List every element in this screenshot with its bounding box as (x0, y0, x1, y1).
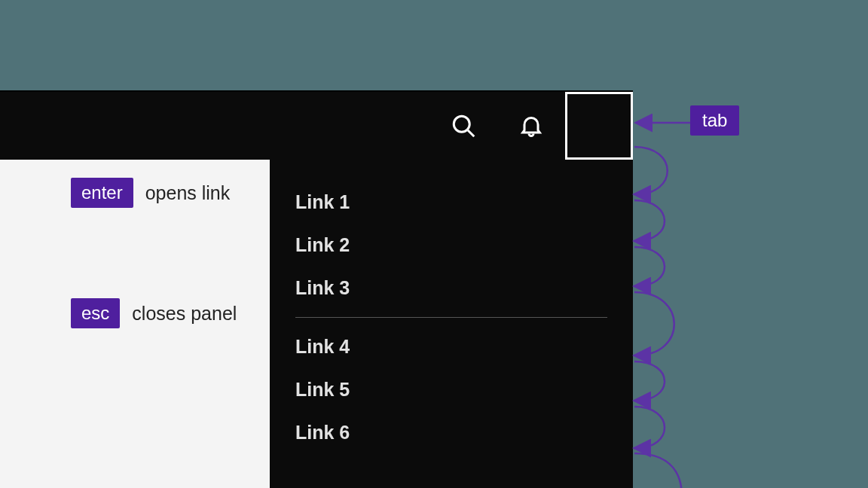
keyboard-notes: enter opens link esc closes panel (71, 178, 267, 419)
menu-link[interactable]: Link 5 (295, 368, 607, 411)
menu-link[interactable]: Link 6 (295, 411, 607, 454)
note-enter: enter opens link (71, 178, 267, 208)
svg-line-3 (593, 120, 605, 132)
menu-divider (295, 317, 607, 318)
keycap-tab: tab (690, 105, 739, 136)
menu-link[interactable]: Link 1 (295, 181, 607, 224)
menu-link[interactable]: Link 2 (295, 224, 607, 267)
menu-link[interactable]: Link 4 (295, 325, 607, 368)
close-icon (588, 115, 610, 136)
topbar-actions (429, 92, 631, 160)
search-button[interactable] (429, 92, 497, 160)
svg-line-1 (468, 130, 474, 136)
notifications-button[interactable] (497, 92, 565, 160)
note-esc: esc closes panel (71, 298, 267, 328)
menu-link[interactable]: Link 3 (295, 267, 607, 310)
search-icon (450, 112, 477, 139)
svg-point-0 (454, 116, 469, 132)
note-enter-text: opens link (145, 182, 231, 204)
keycap-enter: enter (71, 178, 133, 208)
menu-panel: Link 1 Link 2 Link 3 Link 4 Link 5 Link … (270, 160, 633, 488)
keycap-esc: esc (71, 298, 120, 328)
bell-icon (518, 112, 545, 139)
topbar (0, 92, 631, 160)
note-esc-text: closes panel (132, 303, 237, 325)
close-button[interactable] (565, 92, 633, 160)
